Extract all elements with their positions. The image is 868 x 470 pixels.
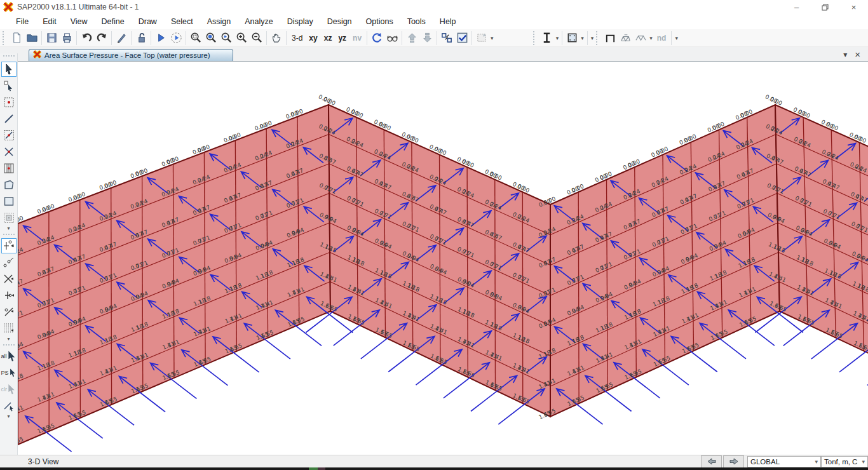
toolbar-separator bbox=[76, 31, 77, 45]
dropdown-arrow-icon[interactable]: ▾ bbox=[580, 35, 585, 41]
draw-pen-button[interactable] bbox=[114, 30, 129, 46]
menu-item-view[interactable]: View bbox=[64, 15, 95, 28]
previous-selection-button[interactable]: PS bbox=[1, 365, 17, 380]
snap-midpoints-button[interactable] bbox=[1, 255, 17, 270]
redo-button[interactable] bbox=[94, 30, 109, 46]
run-all-button[interactable] bbox=[168, 30, 184, 46]
zoom-full-button[interactable] bbox=[203, 30, 219, 46]
chevron-down-icon: ▾ bbox=[815, 459, 818, 465]
menu-bar: FileEditViewDefineDrawSelectAssignAnalyz… bbox=[0, 14, 868, 29]
quick-draw-braces-button[interactable] bbox=[1, 144, 17, 159]
animate-left-button[interactable] bbox=[701, 455, 722, 468]
menu-item-file[interactable]: File bbox=[9, 15, 36, 28]
portal-frame-button[interactable] bbox=[602, 30, 618, 46]
units-select[interactable]: Tonf, m, C▾ bbox=[821, 456, 868, 467]
taskbar-edge bbox=[0, 467, 868, 470]
move-up-list-button bbox=[404, 30, 419, 46]
menu-item-draw[interactable]: Draw bbox=[132, 15, 164, 28]
app-logo-icon bbox=[3, 2, 13, 12]
view-button-xy[interactable]: xy bbox=[306, 34, 320, 43]
toolbar-separator bbox=[367, 31, 367, 45]
quick-draw-frame-button[interactable] bbox=[1, 128, 17, 143]
truss-b-button[interactable] bbox=[633, 30, 648, 46]
more-tools-arrow-icon[interactable]: ▾ bbox=[7, 226, 10, 231]
status-view-label: 3-D View bbox=[28, 457, 58, 466]
snap-grid-button[interactable] bbox=[1, 321, 17, 336]
toolbar-separator bbox=[151, 31, 151, 45]
pointer-select-button[interactable] bbox=[1, 62, 17, 77]
toolbar-separator bbox=[131, 31, 132, 45]
undo-button[interactable] bbox=[79, 30, 94, 46]
menu-item-options[interactable]: Options bbox=[359, 15, 400, 28]
dropdown-arrow-icon[interactable]: ▾ bbox=[555, 35, 560, 41]
menu-item-edit[interactable]: Edit bbox=[36, 15, 64, 28]
view-tab[interactable]: Area Surface Pressure - Face Top (water … bbox=[29, 49, 233, 61]
view-button-nv: nv bbox=[349, 34, 365, 43]
lock-model-button[interactable] bbox=[133, 30, 149, 46]
zoom-previous-button[interactable] bbox=[219, 30, 234, 46]
menu-item-display[interactable]: Display bbox=[280, 15, 320, 28]
area-section-button[interactable] bbox=[564, 30, 580, 46]
save-model-button[interactable] bbox=[44, 30, 59, 46]
toolbar-grip bbox=[596, 31, 600, 45]
tab-strip: Area Surface Pressure - Face Top (water … bbox=[0, 47, 868, 62]
toolbar-separator bbox=[562, 31, 562, 45]
view-button-3-d[interactable]: 3-d bbox=[288, 34, 306, 43]
animate-right-button[interactable] bbox=[723, 455, 744, 468]
restore-button[interactable] bbox=[811, 0, 839, 14]
zoom-in-button[interactable] bbox=[234, 30, 249, 46]
menu-item-select[interactable]: Select bbox=[164, 15, 200, 28]
select-objects-button[interactable] bbox=[439, 30, 454, 46]
menu-item-help[interactable]: Help bbox=[433, 15, 463, 28]
minimize-button[interactable]: – bbox=[782, 0, 811, 14]
tab-close-icon[interactable]: × bbox=[851, 49, 864, 60]
select-all-button[interactable]: all bbox=[1, 349, 17, 364]
rotate-view-button[interactable] bbox=[369, 30, 384, 46]
select-intersecting-line-button[interactable] bbox=[1, 398, 17, 413]
menu-item-analyze[interactable]: Analyze bbox=[238, 15, 280, 28]
new-model-button[interactable] bbox=[9, 30, 24, 46]
snap-perpendicular-button[interactable] bbox=[1, 288, 17, 303]
side-toolbar-separator bbox=[3, 344, 15, 346]
toolbar-separator bbox=[671, 31, 672, 45]
toolbar-separator bbox=[41, 31, 42, 45]
draw-special-joint-button[interactable] bbox=[1, 95, 17, 110]
quick-draw-area-button[interactable] bbox=[1, 210, 17, 225]
close-button[interactable]: × bbox=[839, 0, 868, 14]
menu-item-define[interactable]: Define bbox=[95, 15, 132, 28]
menu-item-assign[interactable]: Assign bbox=[200, 15, 238, 28]
view-button-yz[interactable]: yz bbox=[335, 34, 349, 43]
run-analysis-button[interactable] bbox=[153, 30, 168, 46]
menu-item-tools[interactable]: Tools bbox=[400, 15, 433, 28]
draw-rectangular-area-button[interactable] bbox=[1, 194, 17, 209]
coordinate-system-select[interactable]: GLOBAL▾ bbox=[747, 456, 821, 467]
tab-list-dropdown-icon[interactable]: ▾ bbox=[839, 50, 851, 59]
more-tools-arrow-icon[interactable]: ▾ bbox=[7, 414, 10, 419]
frame-section-button[interactable] bbox=[539, 30, 555, 46]
toolbar-separator bbox=[286, 31, 287, 45]
snap-joints-button[interactable] bbox=[1, 238, 17, 253]
model-view-canvas[interactable]: 0.000.000.000.000.000.000.000.000.000.00… bbox=[0, 62, 868, 455]
quick-draw-secondary-beams-button[interactable] bbox=[1, 161, 17, 176]
print-button[interactable] bbox=[59, 30, 74, 46]
set-display-options-button[interactable] bbox=[454, 30, 470, 46]
draw-poly-area-button[interactable] bbox=[1, 177, 17, 192]
draw-frame-button[interactable] bbox=[1, 111, 17, 126]
zoom-window-button[interactable] bbox=[188, 30, 203, 46]
snap-lines-button[interactable] bbox=[1, 304, 17, 319]
taskbar-maroon-sliver bbox=[318, 467, 325, 470]
more-tools-arrow-icon[interactable]: ▾ bbox=[7, 337, 10, 342]
zoom-out-button[interactable] bbox=[249, 30, 264, 46]
dropdown-arrow-icon[interactable]: ▾ bbox=[590, 35, 595, 41]
dropdown-arrow-icon[interactable]: ▾ bbox=[674, 35, 679, 41]
dropdown-arrow-icon[interactable]: ▾ bbox=[489, 35, 495, 41]
view-button-xz[interactable]: xz bbox=[321, 34, 336, 43]
snap-intersections-button[interactable] bbox=[1, 271, 17, 286]
dropdown-arrow-icon[interactable]: ▾ bbox=[648, 35, 654, 41]
reshape-object-button[interactable] bbox=[1, 78, 17, 93]
menu-item-design[interactable]: Design bbox=[320, 15, 359, 28]
perspective-toggle-button[interactable] bbox=[384, 30, 400, 46]
truss-a-button[interactable] bbox=[618, 30, 633, 46]
open-file-button[interactable] bbox=[24, 30, 39, 46]
pan-button[interactable] bbox=[269, 30, 284, 46]
